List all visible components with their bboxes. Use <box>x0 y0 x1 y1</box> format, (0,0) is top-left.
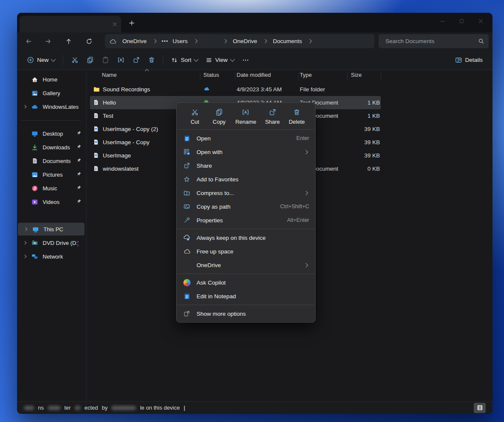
sidebar-item-videos[interactable]: Videos <box>17 195 85 208</box>
chevron-right-icon[interactable] <box>153 39 157 44</box>
file-explorer-window: OneDrive ••• Users OneDrive Documents Ne… <box>17 13 492 414</box>
search-input[interactable] <box>385 38 478 45</box>
column-divider[interactable] <box>200 73 200 80</box>
chevron-right-icon[interactable] <box>223 39 227 44</box>
explorer-tab[interactable] <box>20 16 121 32</box>
menu-item-open[interactable]: Open Enter <box>177 131 315 145</box>
menu-item-properties[interactable]: Properties Alt+Enter <box>177 213 315 227</box>
menu-item-compress-to[interactable]: Compress to... <box>177 186 315 200</box>
paste-button[interactable] <box>98 53 113 67</box>
desktop-icon <box>31 130 38 137</box>
details-pane-button[interactable]: Details <box>451 54 487 66</box>
new-tab-button[interactable] <box>127 18 136 28</box>
expand-chevron-icon[interactable] <box>23 241 26 244</box>
onedrive-cloud-icon <box>31 104 38 110</box>
column-divider[interactable] <box>347 73 348 80</box>
refresh-button[interactable] <box>83 35 96 48</box>
sidebar-item-onedrive-windowslatest[interactable]: WindowsLatest - Pe <box>17 100 85 113</box>
sidebar-item-music[interactable]: Music <box>17 182 85 195</box>
maximize-icon[interactable] <box>459 19 464 23</box>
tab-close-icon[interactable] <box>113 22 117 26</box>
column-header-size[interactable]: Size <box>351 72 362 78</box>
column-divider[interactable] <box>235 73 235 80</box>
more-options-button[interactable] <box>238 53 253 67</box>
sidebar-item-downloads[interactable]: Downloads <box>17 141 85 154</box>
breadcrumb-onedrive-root[interactable]: OneDrive <box>120 37 149 46</box>
menu-item-show-more-options[interactable]: Show more options <box>177 307 315 320</box>
column-divider[interactable] <box>381 73 381 80</box>
file-name: Test <box>103 109 113 122</box>
delete-button[interactable] <box>144 53 159 67</box>
chevron-right-icon[interactable] <box>308 39 312 44</box>
wrench-icon <box>182 217 191 224</box>
expand-chevron-icon[interactable] <box>23 255 26 258</box>
menu-item-open-with[interactable]: Open with <box>177 145 315 159</box>
menu-item-label: Open with <box>197 149 223 155</box>
chevron-down-icon <box>194 57 198 61</box>
menu-item-ask-copilot[interactable]: Ask Copilot <box>177 276 315 289</box>
menu-item-onedrive[interactable]: OneDrive <box>177 258 315 272</box>
new-button[interactable]: New <box>23 54 59 66</box>
expand-chevron-icon[interactable] <box>24 227 27 231</box>
chevron-right-icon[interactable] <box>193 39 197 44</box>
menu-item-edit-in-notepad[interactable]: Edit in Notepad <box>177 289 315 303</box>
cut-quick-action[interactable]: Cut <box>187 108 203 125</box>
column-divider[interactable] <box>298 73 298 80</box>
quick-action-label: Delete <box>289 119 305 125</box>
file-row-sound-recordings[interactable]: Sound Recordings 4/9/2023 3:45 AM File f… <box>87 83 492 96</box>
view-button[interactable]: View <box>202 54 238 66</box>
search-icon[interactable] <box>478 38 484 44</box>
share-quick-action[interactable]: Share <box>264 108 281 125</box>
up-button[interactable] <box>62 35 75 48</box>
command-bar: New Sort View <box>17 50 492 70</box>
sidebar-item-pictures[interactable]: Pictures <box>17 168 85 181</box>
column-header-name[interactable]: Name <box>102 72 117 78</box>
window-controls <box>440 19 483 23</box>
back-button[interactable] <box>22 35 35 48</box>
file-name: windowslatest <box>103 162 139 175</box>
breadcrumb-documents[interactable]: Documents <box>270 37 304 46</box>
menu-item-label: Ask Copilot <box>197 279 226 286</box>
breadcrumb: OneDrive ••• Users OneDrive Documents <box>105 34 374 48</box>
rename-quick-action[interactable]: Rename <box>235 108 256 125</box>
sidebar-item-dvd-drive[interactable]: DVD Drive (D:) CCC <box>17 236 85 249</box>
sidebar-item-label: Desktop <box>43 131 63 137</box>
breadcrumb-onedrive[interactable]: OneDrive <box>230 37 260 46</box>
expand-chevron-icon[interactable] <box>23 105 26 108</box>
share-button[interactable] <box>128 53 144 67</box>
menu-item-free-up-space[interactable]: Free up space <box>177 244 315 258</box>
menu-item-always-keep-on-this-device[interactable]: Always keep on this device <box>177 231 315 244</box>
cut-button[interactable] <box>67 53 82 67</box>
menu-item-share[interactable]: Share <box>177 159 315 172</box>
menu-item-label: Edit in Notepad <box>197 293 236 300</box>
chevron-right-icon[interactable] <box>263 39 267 44</box>
sort-button[interactable]: Sort <box>167 54 202 66</box>
rename-button[interactable] <box>113 53 128 67</box>
copy-quick-action[interactable]: Copy <box>211 108 227 125</box>
pin-icon <box>76 144 81 149</box>
menu-item-add-to-favorites[interactable]: Add to Favorites <box>177 172 315 186</box>
copy-button[interactable] <box>82 53 98 67</box>
sidebar-item-network[interactable]: Network <box>17 250 85 263</box>
forward-button[interactable] <box>42 35 55 48</box>
home-icon <box>31 76 38 83</box>
text-file-icon <box>93 165 99 172</box>
details-view-toggle-button[interactable] <box>474 403 486 413</box>
status-fragment: by <box>102 405 108 411</box>
breadcrumb-overflow-button[interactable]: ••• <box>160 38 170 44</box>
sidebar-item-documents[interactable]: Documents <box>17 154 85 167</box>
close-icon[interactable] <box>478 19 483 23</box>
sidebar-item-desktop[interactable]: Desktop <box>17 127 85 140</box>
sidebar-item-home[interactable]: Home <box>17 73 85 86</box>
column-header-date-modified[interactable]: Date modified <box>237 72 271 78</box>
details-pane-label: Details <box>465 57 483 63</box>
column-header-status[interactable]: Status <box>203 72 219 78</box>
menu-item-copy-as-path[interactable]: Copy as path Ctrl+Shift+C <box>177 200 315 213</box>
breadcrumb-users[interactable]: Users <box>170 37 190 46</box>
sidebar-item-this-pc[interactable]: This PC <box>18 223 84 236</box>
column-header-type[interactable]: Type <box>300 72 312 78</box>
menu-item-label: Show more options <box>197 311 246 317</box>
minimize-icon[interactable] <box>440 19 445 23</box>
delete-quick-action[interactable]: Delete <box>289 108 305 125</box>
sidebar-item-gallery[interactable]: Gallery <box>17 87 85 99</box>
